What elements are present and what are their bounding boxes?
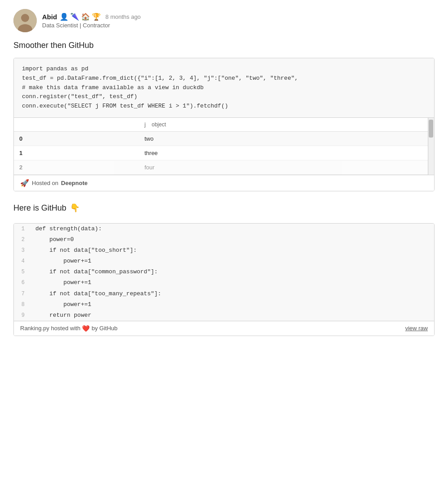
deepnote-footer-text: Hosted on [32,180,58,186]
badge-mountain-icon: 🌂 [70,13,79,21]
line-number-5: 5 [14,267,30,276]
table-header-j: j object [139,118,428,132]
deepnote-brand-name: Deepnote [61,180,87,186]
badge-house-icon: 🏠 [81,13,90,21]
author-section: Abid 👤 🌂 🏠 🏆 8 months ago Data Scientist… [13,9,435,32]
table-row: 2 four [14,160,428,174]
view-raw-link[interactable]: view raw [405,325,428,332]
gist-line-6: 6 power+=1 [14,277,434,288]
row-value-2: four [139,160,428,174]
deepnote-logo-icon: 🚀 [20,179,29,187]
deepnote-footer: 🚀 Hosted on Deepnote [14,175,434,191]
gist-footer-left: Ranking.py hosted with ❤️ by GitHub [20,325,117,332]
row-index-0: 0 [14,131,139,146]
badge-trophy-icon: 🏆 [92,13,101,21]
deepnote-embed: import pandas as pd test_df = pd.DataFra… [13,58,435,191]
badge-person-icon: 👤 [60,13,69,21]
gist-line-5: 5 if not data["common_password"]: [14,267,434,277]
gist-code-block: 1 def strength(data): 2 power=0 3 if not… [14,224,434,321]
dataframe-container: j object 0 two 1 three 2 four [14,118,434,175]
line-code-1: def strength(data): [30,224,107,234]
line-number-6: 6 [14,278,30,287]
gist-line-3: 3 if not data["too_short"]: [14,245,434,256]
table-row: 0 two [14,131,428,146]
deepnote-code-block: import pandas as pd test_df = pd.DataFra… [14,58,434,118]
post2-text-content: Here is GitHub [13,202,66,214]
line-code-8: power+=1 [30,300,97,310]
line-code-9: return power [30,310,97,320]
line-code-7: if not data["too_many_repeats"]: [30,289,167,299]
post1-text: Smoother then GitHub [13,39,435,52]
gist-filename: Ranking.py hosted with [20,325,80,332]
code-line-1: import pandas as pd test_df = pd.DataFra… [22,65,298,109]
gist-line-1: 1 def strength(data): [14,224,434,234]
line-code-3: if not data["too_short"]: [30,246,142,255]
line-code-2: power=0 [30,235,79,245]
scrollbar-thumb[interactable] [429,120,433,138]
row-value-0: two [139,131,428,146]
line-number-1: 1 [14,224,30,233]
line-code-6: power+=1 [30,278,97,288]
table-header-index [14,118,139,132]
line-code-4: power+=1 [30,256,97,266]
gist-line-4: 4 power+=1 [14,256,434,267]
gist-line-8: 8 power+=1 [14,299,434,310]
gist-by-github: by GitHub [91,325,117,332]
svg-point-1 [21,14,29,22]
line-number-8: 8 [14,300,30,309]
row-value-1: three [139,146,428,160]
line-number-2: 2 [14,235,30,244]
row-index-1: 1 [14,146,139,160]
line-number-7: 7 [14,289,30,298]
avatar [13,9,37,32]
gist-line-2: 2 power=0 [14,234,434,245]
author-time: 8 months ago [105,13,141,20]
thumbsdown-icon: 👇 [70,202,80,214]
scrollbar-indicator[interactable] [428,118,434,175]
row-index-2: 2 [14,160,139,174]
dataframe-table: j object 0 two 1 three 2 four [14,118,428,175]
author-name-row: Abid 👤 🌂 🏠 🏆 8 months ago [42,13,141,21]
gist-line-7: 7 if not data["too_many_repeats"]: [14,289,434,299]
heart-icon: ❤️ [82,325,90,332]
github-gist: 1 def strength(data): 2 power=0 3 if not… [13,223,435,336]
gist-footer: Ranking.py hosted with ❤️ by GitHub view… [14,321,434,336]
author-title: Data Scientist | Contractor [42,22,141,29]
line-number-3: 3 [14,246,30,255]
line-number-4: 4 [14,257,30,266]
author-badges: 👤 🌂 🏠 🏆 [60,13,101,21]
gist-line-9: 9 return power [14,310,434,321]
post2-text: Here is GitHub 👇 [13,202,435,214]
line-code-5: if not data["common_password"]: [30,267,163,277]
author-info: Abid 👤 🌂 🏠 🏆 8 months ago Data Scientist… [42,13,141,29]
author-name: Abid [42,13,57,21]
line-number-9: 9 [14,311,30,320]
table-row: 1 three [14,146,428,160]
